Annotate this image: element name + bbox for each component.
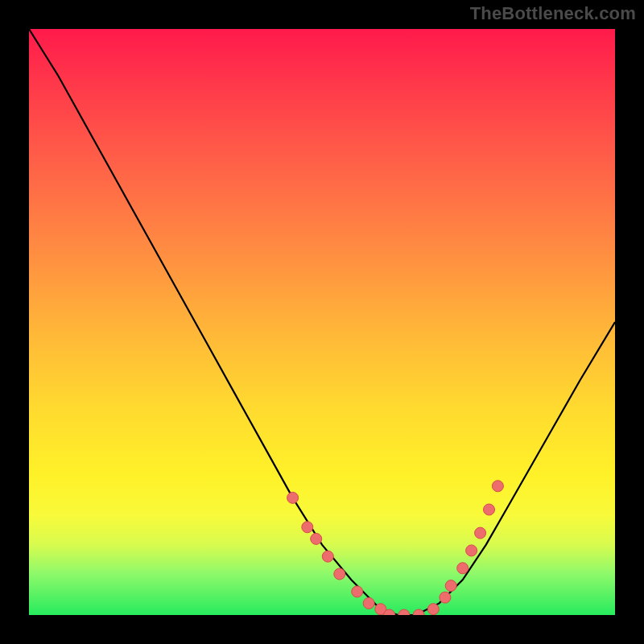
curve-marker (363, 597, 374, 609)
curve-marker (440, 592, 451, 603)
curve-marker (287, 492, 299, 503)
curve-marker (484, 504, 495, 515)
curve-marker (311, 533, 322, 544)
curve-marker (322, 551, 333, 562)
watermark-text: TheBottleneck.com (470, 3, 636, 24)
curve-line (29, 29, 615, 615)
curve-marker (427, 604, 439, 615)
curve-marker (445, 580, 456, 592)
plot-area (29, 29, 615, 615)
curve-marker (492, 481, 503, 492)
chart-frame: TheBottleneck.com (0, 0, 644, 644)
curve-marker (352, 586, 363, 597)
curve-markers (287, 481, 504, 615)
bottleneck-curve (29, 29, 615, 615)
curve-marker (302, 522, 313, 533)
curve-marker (398, 609, 410, 615)
curve-marker (413, 609, 424, 615)
curve-marker (334, 568, 345, 580)
curve-marker (466, 545, 477, 556)
curve-marker (457, 563, 469, 574)
curve-marker (475, 527, 486, 539)
